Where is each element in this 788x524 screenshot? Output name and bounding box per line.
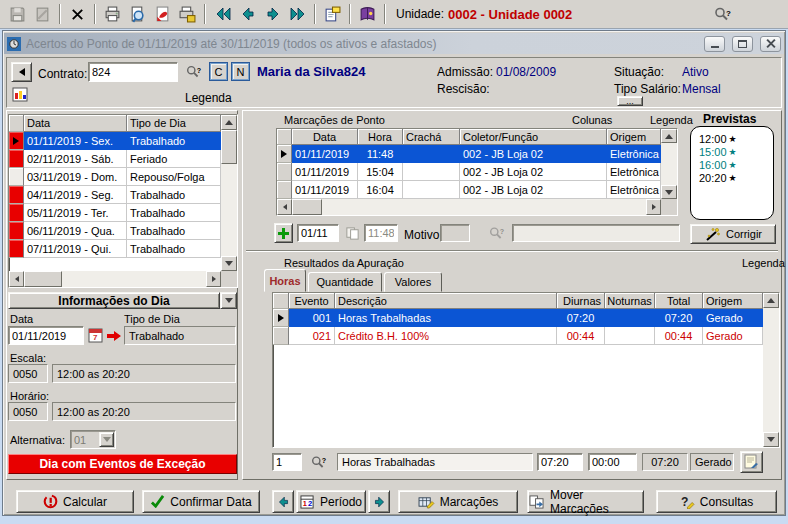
- book-icon: [359, 6, 376, 23]
- confirmar-data-button[interactable]: Confirmar Data: [142, 490, 260, 513]
- consultas-icon: ?: [680, 495, 695, 509]
- minimize-button[interactable]: [704, 36, 725, 52]
- prev-icon: [240, 7, 256, 21]
- calcular-button[interactable]: Calcular: [16, 490, 134, 513]
- periodo-button[interactable]: 12 Período: [296, 490, 366, 513]
- res-cell-noturnas: [605, 327, 655, 345]
- consultas-button[interactable]: ? Consultas: [656, 490, 777, 513]
- search-unit-button[interactable]: ?: [710, 2, 735, 26]
- previous-period-button[interactable]: [272, 490, 294, 513]
- prevista-time: 16:00: [699, 159, 727, 171]
- motivo-descricao-input[interactable]: [512, 224, 680, 242]
- first-record-button[interactable]: [210, 2, 235, 26]
- prevista-time: 20:20: [699, 172, 727, 184]
- marcacoes-button[interactable]: Marcações: [398, 490, 518, 513]
- add-marcacao-button[interactable]: [274, 223, 293, 243]
- motivo-input[interactable]: [440, 224, 470, 242]
- marc-grid-vscroll[interactable]: [661, 129, 677, 199]
- c-toggle-button[interactable]: C: [209, 62, 228, 81]
- day-info-dropdown-button[interactable]: [220, 292, 237, 309]
- print-button[interactable]: [100, 2, 125, 26]
- mover-marcacoes-button[interactable]: Mover Marcações: [527, 490, 644, 513]
- day-cell-tipo: Trabalhado: [127, 240, 221, 258]
- resultado-row[interactable]: 021Crédito B.H. 100%00:4400:44Gerado: [273, 327, 779, 345]
- restore-icon: [738, 40, 747, 48]
- horario-label: Horário:: [10, 390, 49, 402]
- contrato-input[interactable]: [88, 62, 178, 82]
- copy-button[interactable]: [343, 224, 361, 242]
- editor-note-button[interactable]: [740, 451, 763, 473]
- tab-horas[interactable]: Horas: [264, 269, 306, 292]
- restore-button[interactable]: [732, 36, 753, 52]
- tab-label: Horas: [269, 275, 300, 287]
- legend-chart-icon[interactable]: [12, 87, 28, 103]
- minimize-icon: [711, 46, 719, 48]
- marcacao-row[interactable]: 01/11/201916:04002 - JB Loja 02Eletrônic…: [277, 181, 677, 199]
- next-record-button[interactable]: [260, 2, 285, 26]
- print-setup-button[interactable]: [175, 2, 200, 26]
- n-toggle-button[interactable]: N: [231, 62, 250, 81]
- day-cell-data: 02/11/2019 - Sáb.: [24, 150, 127, 168]
- help-button[interactable]: [355, 2, 380, 26]
- svg-text:?: ?: [681, 495, 688, 509]
- res-cell-origem: Gerado: [703, 309, 763, 327]
- arrow-right-icon: [373, 496, 386, 508]
- tipo-salario-label: Tipo Salário:: [614, 82, 681, 96]
- alternativa-dropdown-button[interactable]: [99, 432, 114, 447]
- forms-button[interactable]: [320, 2, 345, 26]
- day-grid-hscroll[interactable]: [9, 271, 221, 287]
- marcacao-row[interactable]: 01/11/201911:48002 - JB Loja 02Eletrônic…: [277, 145, 677, 163]
- svg-text:2: 2: [308, 499, 312, 508]
- editor-diurnas-input[interactable]: [537, 453, 583, 471]
- evento-search-icon[interactable]: ?: [310, 455, 328, 470]
- copy-icon: [345, 226, 360, 241]
- day-row[interactable]: 04/11/2019 - Seg.Trabalhado: [9, 186, 237, 204]
- day-row[interactable]: 07/11/2019 - Qui.Trabalhado: [9, 240, 237, 258]
- window-title: Acertos do Ponto de 01/11/2019 até 30/11…: [26, 37, 697, 51]
- day-grid: Data Tipo de Dia 01/11/2019 - Sex.Trabal…: [8, 114, 238, 288]
- marcacao-row[interactable]: 01/11/201915:04002 - JB Loja 02Eletrônic…: [277, 163, 677, 181]
- editor-evento-input[interactable]: [272, 453, 302, 471]
- calendar-icon[interactable]: 7: [88, 328, 104, 343]
- last-record-button[interactable]: [285, 2, 310, 26]
- res-cell-diurnas: 00:44: [557, 327, 605, 345]
- cancel-button[interactable]: [30, 2, 55, 26]
- alternativa-select[interactable]: 01: [70, 430, 116, 449]
- day-row[interactable]: 01/11/2019 - Sex.Trabalhado: [9, 132, 237, 150]
- tab-quantidade[interactable]: Quantidade: [308, 272, 382, 292]
- res-cell-origem: Gerado: [703, 327, 763, 345]
- pdf-icon: [154, 6, 171, 23]
- save-button[interactable]: [5, 2, 30, 26]
- resultado-row[interactable]: 001Horas Trabalhadas07:2007:20Gerado: [273, 309, 779, 327]
- day-row[interactable]: 03/11/2019 - Dom.Repouso/Folga: [9, 168, 237, 186]
- day-row[interactable]: 06/11/2019 - Qua.Trabalhado: [9, 222, 237, 240]
- current-row-icon: [13, 137, 19, 145]
- contract-search-icon[interactable]: ?: [185, 64, 203, 80]
- calcular-label: Calcular: [63, 495, 107, 509]
- floppy-icon: [9, 6, 26, 23]
- day-info-header[interactable]: Informações do Dia: [8, 292, 220, 309]
- add-time-input[interactable]: [364, 224, 398, 242]
- delete-button[interactable]: [65, 2, 90, 26]
- add-date-input[interactable]: [297, 224, 339, 242]
- day-date-input[interactable]: [8, 326, 84, 345]
- motivo-search-icon[interactable]: ?: [488, 226, 506, 241]
- res-grid-vscroll[interactable]: [763, 293, 779, 447]
- marc-cell-origem: Eletrônica: [607, 145, 661, 163]
- day-grid-vscroll[interactable]: [221, 115, 237, 271]
- editor-noturnas-input[interactable]: [588, 453, 637, 471]
- contract-back-button[interactable]: [11, 62, 32, 82]
- toolbar-separator: [349, 4, 351, 24]
- previous-record-button[interactable]: [235, 2, 260, 26]
- marc-grid-hscroll[interactable]: [277, 199, 661, 215]
- more-options-button[interactable]: ...: [617, 96, 643, 106]
- day-row[interactable]: 02/11/2019 - Sáb.Feriado: [9, 150, 237, 168]
- next-period-button[interactable]: [368, 490, 390, 513]
- close-button[interactable]: [760, 36, 781, 52]
- pdf-export-button[interactable]: [150, 2, 175, 26]
- print-preview-button[interactable]: [125, 2, 150, 26]
- corrigir-button[interactable]: Corrigir: [690, 224, 776, 244]
- tab-valores[interactable]: Valores: [384, 272, 442, 292]
- svg-text:?: ?: [726, 8, 731, 17]
- day-row[interactable]: 05/11/2019 - Ter.Trabalhado: [9, 204, 237, 222]
